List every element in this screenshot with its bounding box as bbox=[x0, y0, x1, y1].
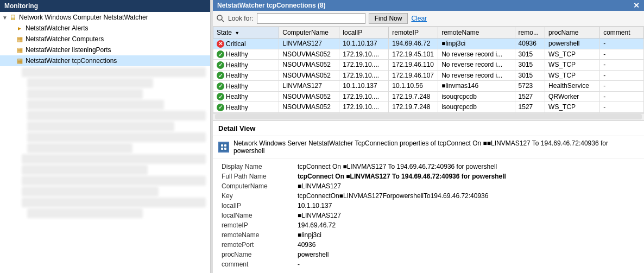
detail-field-key: comment bbox=[222, 261, 298, 268]
status-dot: ✓ bbox=[217, 72, 224, 79]
status-badge: ✓Healthy bbox=[217, 50, 248, 58]
col-remoteport[interactable]: remo... bbox=[515, 27, 545, 39]
detail-row: remoteIP194.69.46.72 bbox=[222, 220, 635, 230]
state-label: Healthy bbox=[226, 82, 248, 90]
svg-rect-5 bbox=[221, 148, 223, 150]
detail-field-key: ComputerName bbox=[222, 182, 298, 190]
detail-field-value: - bbox=[298, 261, 300, 268]
sidebar-tree: ▼ 🖥 Network Windows Computer NetstatWatc… bbox=[0, 12, 210, 273]
remotePort-cell: 3015 bbox=[515, 49, 545, 60]
detail-field-value: ■linpj3ci bbox=[298, 231, 321, 239]
detail-field-key: remotePort bbox=[222, 241, 298, 249]
computerName-cell: NSOUVMAS052 bbox=[279, 49, 339, 60]
blurred-tree-item bbox=[27, 122, 174, 131]
sidebar-item-listeningports[interactable]: ▦ NetstatWatcher listeningPorts bbox=[0, 45, 210, 55]
remoteName-cell: No reverse record i... bbox=[438, 70, 515, 81]
panel-title-bar: NetstatWatcher tcpConnections (8) ✕ bbox=[213, 0, 644, 11]
close-button[interactable]: ✕ bbox=[633, 2, 640, 9]
detail-row: Full Path NametcpConnect On ■LINVMAS127 … bbox=[222, 172, 635, 181]
grid-icon: ▦ bbox=[15, 35, 24, 43]
detail-field-key: Full Path Name bbox=[222, 173, 298, 180]
computerName-cell: LINVMAS127 bbox=[279, 39, 339, 49]
table-row[interactable]: ✓HealthyNSOUVMAS052172.19.10....172.19.7… bbox=[213, 102, 644, 113]
grid-icon: ▦ bbox=[15, 46, 24, 54]
comment-cell: - bbox=[600, 70, 644, 81]
detail-header-icon bbox=[218, 142, 229, 153]
col-computername[interactable]: ComputerName bbox=[279, 27, 339, 39]
procName-cell: HealthService bbox=[545, 81, 600, 92]
remoteIP-cell: 172.19.45.101 bbox=[389, 49, 438, 60]
clear-button[interactable]: Clear bbox=[411, 15, 427, 22]
table-footer bbox=[213, 113, 644, 120]
table-row[interactable]: ✓HealthyNSOUVMAS052172.19.10....172.19.7… bbox=[213, 91, 644, 102]
sort-arrow: ▼ bbox=[235, 30, 239, 36]
blurred-tree-item bbox=[27, 78, 153, 88]
find-now-button[interactable]: Find Now bbox=[369, 13, 408, 24]
table-row[interactable]: ✓HealthyLINVMAS12710.1.10.13710.1.10.56■… bbox=[213, 81, 644, 92]
procName-cell: WS_TCP bbox=[545, 60, 600, 71]
connections-table: State ▼ ComputerName localIP remoteIP re… bbox=[213, 27, 644, 113]
detail-field-key: procName bbox=[222, 251, 298, 258]
sidebar-item-root[interactable]: ▼ 🖥 Network Windows Computer NetstatWatc… bbox=[0, 12, 210, 23]
detail-field-value: ■LINVMAS127 bbox=[298, 212, 341, 219]
col-remoteip[interactable]: remoteIP bbox=[389, 27, 438, 39]
blurred-tree-item bbox=[27, 143, 132, 153]
table-row[interactable]: ✕CriticalLINVMAS12710.1.10.137194.69.46.… bbox=[213, 39, 644, 49]
sidebar-item-label: NetstatWatcher Alerts bbox=[26, 24, 89, 32]
remotePort-cell: 3015 bbox=[515, 60, 545, 71]
network-icon bbox=[219, 142, 229, 152]
remoteIP-cell: 172.19.7.248 bbox=[389, 102, 438, 113]
table-row[interactable]: ✓HealthyNSOUVMAS052172.19.10....172.19.4… bbox=[213, 70, 644, 81]
sidebar: Monitoring ▼ 🖥 Network Windows Computer … bbox=[0, 0, 211, 273]
remoteName-cell: No reverse record i... bbox=[438, 49, 515, 60]
detail-field-value: 194.69.46.72 bbox=[298, 221, 336, 229]
remoteIP-cell: 194.69.46.72 bbox=[389, 39, 438, 49]
search-bar: Look for: Find Now Clear bbox=[213, 11, 644, 27]
detail-row: procNamepowershell bbox=[222, 250, 635, 259]
sidebar-item-tcpconnections[interactable]: ▦ NetstatWatcher tcpConnections bbox=[0, 55, 210, 66]
sidebar-title: Monitoring bbox=[4, 2, 38, 10]
sidebar-item-alerts[interactable]: ▸ NetstatWatcher Alerts bbox=[0, 23, 210, 34]
sidebar-header: Monitoring bbox=[0, 0, 210, 12]
remoteIP-cell: 172.19.46.110 bbox=[389, 60, 438, 71]
sidebar-item-computers[interactable]: ▦ NetstatWatcher Computers bbox=[0, 34, 210, 45]
detail-field-value: tcpConnectOn■LINVMAS127ForpowershellTo19… bbox=[298, 192, 488, 200]
state-label: Healthy bbox=[226, 72, 248, 79]
blurred-tree-item bbox=[22, 198, 206, 207]
col-comment[interactable]: comment bbox=[600, 27, 644, 39]
col-procname[interactable]: procName bbox=[545, 27, 600, 39]
search-input[interactable] bbox=[257, 13, 365, 24]
procName-cell: WS_TCP bbox=[545, 102, 600, 113]
table-scroll-container: State ▼ ComputerName localIP remoteIP re… bbox=[213, 27, 644, 113]
remoteName-cell: ■linpj3ci bbox=[438, 39, 515, 49]
col-localip[interactable]: localIP bbox=[339, 27, 389, 39]
blurred-tree-item bbox=[27, 111, 206, 120]
state-label: Healthy bbox=[226, 104, 248, 111]
computerName-cell: NSOUVMAS052 bbox=[279, 91, 339, 102]
detail-row: remoteName■linpj3ci bbox=[222, 230, 635, 240]
detail-field-key: Display Name bbox=[222, 163, 298, 170]
col-state[interactable]: State ▼ bbox=[213, 27, 279, 39]
detail-field-value: 10.1.10.137 bbox=[298, 202, 332, 209]
table-row[interactable]: ✓HealthyNSOUVMAS052172.19.10....172.19.4… bbox=[213, 49, 644, 60]
remoteName-cell: ■linvmas146 bbox=[438, 81, 515, 92]
detail-field-key: Key bbox=[222, 192, 298, 200]
procName-cell: powershell bbox=[545, 39, 600, 49]
grid-icon: ▦ bbox=[15, 56, 24, 65]
localIP-cell: 172.19.10.... bbox=[339, 49, 389, 60]
blurred-tree-item bbox=[22, 165, 148, 175]
remoteIP-cell: 172.19.46.107 bbox=[389, 70, 438, 81]
detail-field-value: ■LINVMAS127 bbox=[298, 182, 341, 190]
col-remotename[interactable]: remoteName bbox=[438, 27, 515, 39]
horizontal-scrollbar[interactable] bbox=[215, 114, 642, 119]
status-badge: ✓Healthy bbox=[217, 82, 248, 90]
comment-cell: - bbox=[600, 49, 644, 60]
localIP-cell: 10.1.10.137 bbox=[339, 39, 389, 49]
panel-title-text: NetstatWatcher tcpConnections (8) bbox=[217, 2, 326, 9]
state-cell: ✓Healthy bbox=[213, 102, 279, 113]
table-row[interactable]: ✓HealthyNSOUVMAS052172.19.10....172.19.4… bbox=[213, 60, 644, 71]
detail-field-value: tcpConnect On ■LINVMAS127 To 194.69.46.7… bbox=[298, 173, 506, 180]
state-cell: ✓Healthy bbox=[213, 81, 279, 92]
state-cell: ✓Healthy bbox=[213, 91, 279, 102]
comment-cell: - bbox=[600, 39, 644, 49]
